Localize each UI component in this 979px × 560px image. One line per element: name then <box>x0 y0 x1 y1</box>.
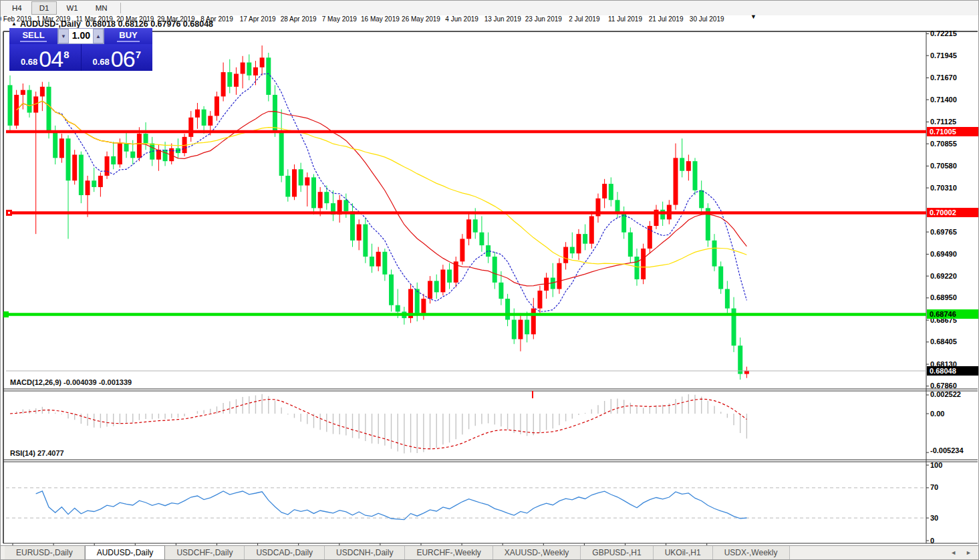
candle <box>350 211 355 241</box>
volume-increase-icon[interactable]: ▲ <box>93 29 104 43</box>
candle <box>279 132 284 176</box>
date-tick-label: 13 Jun 2019 <box>484 15 521 23</box>
sell-price-pips: 04 <box>39 48 63 69</box>
candle <box>518 319 523 339</box>
candle <box>318 192 323 208</box>
candle <box>163 150 168 161</box>
rsi-line <box>36 491 747 520</box>
timeframe-button-w1[interactable]: W1 <box>58 1 86 15</box>
macd-histogram <box>10 394 746 454</box>
date-tick-label: 23 Jun 2019 <box>525 15 562 23</box>
candle <box>440 269 445 292</box>
sell-price[interactable]: 0.68048 <box>9 44 82 71</box>
candle <box>92 180 96 187</box>
chart-tab-usdchf[interactable]: USDCHF-,Daily <box>165 546 245 559</box>
candle <box>8 85 13 126</box>
volume-decrease-icon[interactable]: ▼ <box>58 29 69 43</box>
candle <box>680 158 684 170</box>
candle <box>686 161 691 171</box>
candle <box>273 95 277 132</box>
timeframe-button-h4[interactable]: H4 <box>4 1 30 15</box>
date-tick-label: 17 Apr 2019 <box>240 15 276 23</box>
candle <box>124 144 129 152</box>
sell-price-base: 0.68 <box>21 55 37 69</box>
date-tick-label: 2 Jul 2019 <box>569 15 599 23</box>
candle <box>609 184 613 200</box>
macd-spike-mark <box>532 391 533 398</box>
date-tick-label: 4 Jun 2019 <box>445 15 478 23</box>
chart-tab-eurchf[interactable]: EURCHF-,Weekly <box>405 546 493 559</box>
chart-tab-audusd[interactable]: AUDUSD-,Daily <box>85 545 166 559</box>
tab-scroll-right-icon[interactable]: ► <box>966 549 972 556</box>
candle <box>421 299 426 313</box>
volume-input[interactable]: 1.00 <box>69 29 93 43</box>
candle <box>389 275 394 305</box>
date-tick-label: 20 Feb 2019 <box>0 15 31 23</box>
candle <box>137 134 142 158</box>
candle <box>343 200 348 211</box>
candle <box>641 249 646 279</box>
candle <box>557 263 561 289</box>
chart-tab-xauusd[interactable]: XAUUSD-,Weekly <box>493 546 581 559</box>
sell-button[interactable]: SELL <box>9 28 57 44</box>
current-price-badge: 0.68048 <box>927 366 978 376</box>
candle <box>285 176 290 196</box>
candle <box>576 234 581 253</box>
chart-area[interactable]: ▲AUDUSD-,Daily 0.68018 0.68126 0.67976 0… <box>1 15 979 547</box>
candle <box>305 177 309 185</box>
candle <box>434 281 439 292</box>
date-tick-label: 20 Mar 2019 <box>116 15 154 23</box>
candle <box>674 158 678 204</box>
timeframe-button-d1[interactable]: D1 <box>31 1 57 15</box>
date-tick-label: 11 Mar 2019 <box>76 15 112 23</box>
price-tick-label: 0.70855 <box>930 140 957 148</box>
price-tick-label: 0.71945 <box>930 51 957 60</box>
candle <box>234 74 239 86</box>
candle <box>66 138 71 180</box>
buy-button[interactable]: BUY <box>104 28 152 44</box>
price-tick-label: 0.69220 <box>930 272 957 281</box>
rsi-header: RSI(14) 27.4077 <box>10 449 64 457</box>
price-tick-label: 0.71400 <box>930 96 957 104</box>
candle <box>634 257 639 279</box>
candle <box>712 241 717 267</box>
price-tick-label: 0.70580 <box>930 162 957 170</box>
candle <box>195 110 200 118</box>
candle <box>202 110 206 126</box>
chart-tab-usdx[interactable]: USDX-,Weekly <box>713 546 790 559</box>
candle <box>144 134 148 144</box>
candle <box>570 247 575 254</box>
chart-tab-ukoil[interactable]: UKOil-,H1 <box>654 546 713 559</box>
chart-tab-usdcnh[interactable]: USDCNH-,Daily <box>325 546 405 559</box>
chart-tab-eurusd[interactable]: EURUSD-,Daily <box>5 546 85 559</box>
ma-line-45 <box>17 101 747 267</box>
buy-price-point: 7 <box>136 49 141 60</box>
timeframe-button-mn[interactable]: MN <box>88 1 116 15</box>
macd-tick-label: -0.005234 <box>930 446 964 455</box>
chart-shift-icon[interactable]: ▼ <box>750 13 756 20</box>
candle <box>111 156 116 164</box>
tab-scroll-left-icon[interactable]: ◄ <box>950 549 956 556</box>
chart-tab-usdcad[interactable]: USDCAD-,Daily <box>245 546 325 559</box>
timeframe-toolbar: H4D1W1MN <box>1 1 978 16</box>
candle <box>525 319 529 334</box>
candle <box>130 152 135 158</box>
candle <box>53 132 57 158</box>
chart-canvas[interactable] <box>1 15 979 547</box>
price-tick-label: 0.67860 <box>930 382 957 390</box>
date-tick-label: 16 May 2019 <box>361 15 400 23</box>
candle <box>699 190 704 208</box>
date-tick-label: 8 Apr 2019 <box>200 15 233 23</box>
macd-tick-label: 0.002522 <box>930 390 961 399</box>
level-endpoint-dot <box>8 212 10 214</box>
candle <box>428 281 432 299</box>
buy-price-pips: 06 <box>111 48 135 69</box>
chart-tab-gbpusd[interactable]: GBPUSD-,H1 <box>581 546 653 559</box>
buy-price[interactable]: 0.68067 <box>82 44 153 71</box>
candle <box>357 225 362 241</box>
rsi-tick-label: 70 <box>930 483 938 492</box>
buy-price-base: 0.68 <box>93 55 110 69</box>
candle <box>493 257 497 283</box>
candle <box>370 257 374 267</box>
candle <box>118 144 122 164</box>
